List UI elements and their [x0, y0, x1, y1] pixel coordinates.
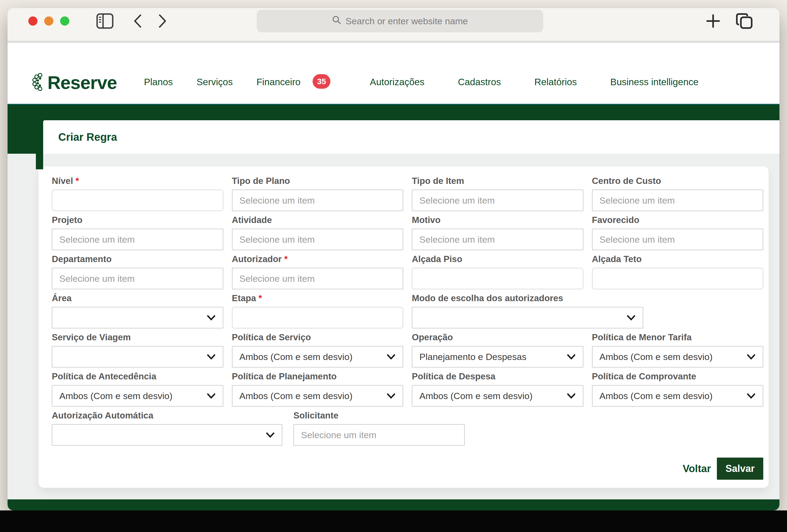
autorizador-placeholder: Selecione um item: [239, 273, 315, 284]
servico-de-viagem-select[interactable]: [52, 346, 223, 367]
logo-text: Reserve: [47, 72, 117, 93]
etapa-label: Etapa *: [232, 293, 403, 304]
politica-de-menor-tarifa-select[interactable]: Ambos (Com e sem desvio): [592, 346, 764, 367]
sidebar-toggle-icon[interactable]: [96, 13, 113, 30]
chevron-down-icon: [567, 354, 576, 360]
back-icon[interactable]: [133, 14, 142, 29]
nav-item-planos[interactable]: Planos: [144, 77, 173, 87]
minimize-window-button[interactable]: [44, 17, 54, 26]
reserve-logo[interactable]: Reserve: [31, 72, 117, 93]
chevron-down-icon: [747, 393, 756, 399]
field-politica-de-comprovante: Política de ComprovanteAmbos (Com e sem …: [592, 371, 764, 407]
politica-de-comprovante-value: Ambos (Com e sem desvio): [599, 391, 712, 401]
tipo-de-plano-placeholder: Selecione um item: [239, 195, 315, 206]
nav-item-cadastros[interactable]: Cadastros: [458, 77, 501, 87]
politica-de-menor-tarifa-label: Política de Menor Tarifa: [592, 332, 764, 343]
operacao-select[interactable]: Planejamento e Despesas: [412, 346, 583, 367]
autorizador-label: Autorizador *: [232, 254, 403, 264]
autorizacao-automatica-select[interactable]: [52, 424, 282, 446]
voltar-button[interactable]: Voltar: [681, 463, 712, 475]
field-centro-de-custo: Centro de CustoSelecione um item: [592, 175, 764, 211]
field-alcada-piso: Alçada Piso: [412, 254, 583, 289]
politica-de-despesa-label: Política de Despesa: [412, 371, 583, 382]
motivo-dropdown[interactable]: Selecione um item: [412, 229, 583, 250]
alcada-teto-input[interactable]: [592, 268, 764, 289]
alcada-piso-input[interactable]: [412, 268, 583, 289]
chevron-down-icon: [207, 315, 216, 321]
servico-de-viagem-label: Serviço de Viagem: [52, 332, 223, 343]
field-modo-de-escolha-dos-autorizadores: Modo de escolha dos autorizadores: [412, 293, 763, 328]
field-solicitante: SolicitanteSelecione um item: [294, 410, 465, 446]
centro-de-custo-dropdown[interactable]: Selecione um item: [592, 190, 764, 211]
nav-item-business-intelligence[interactable]: Business intelligence: [610, 77, 699, 87]
politica-de-despesa-select[interactable]: Ambos (Com e sem desvio): [412, 385, 583, 407]
politica-de-antecedencia-value: Ambos (Com e sem desvio): [59, 391, 172, 401]
nav-item-label: Relatórios: [534, 77, 577, 87]
alcada-teto-label: Alçada Teto: [592, 254, 764, 264]
screen-bottom-strip: [0, 510, 787, 532]
zoom-window-button[interactable]: [60, 17, 69, 26]
solicitante-label: Solicitante: [294, 410, 465, 421]
politica-de-planejamento-label: Política de Planejamento: [232, 371, 403, 382]
field-operacao: OperaçãoPlanejamento e Despesas: [412, 332, 583, 367]
nav-item-label: Serviços: [197, 77, 233, 87]
salvar-button[interactable]: Salvar: [717, 457, 763, 480]
nav-item-relatorios[interactable]: Relatórios: [534, 77, 577, 87]
field-servico-de-viagem: Serviço de Viagem: [52, 332, 223, 367]
politica-de-comprovante-label: Política de Comprovante: [592, 371, 764, 382]
form-card: Nível *Tipo de PlanoSelecione um itemTip…: [39, 166, 769, 488]
centro-de-custo-label: Centro de Custo: [592, 175, 764, 186]
nav-item-label: Autorizações: [370, 77, 424, 87]
nav-item-label: Planos: [144, 77, 173, 87]
politica-de-antecedencia-select[interactable]: Ambos (Com e sem desvio): [52, 385, 223, 407]
area-select[interactable]: [52, 307, 223, 328]
field-favorecido: FavorecidoSelecione um item: [592, 215, 764, 250]
address-search-field[interactable]: Search or enter website name: [257, 10, 543, 33]
required-asterisk: *: [282, 254, 288, 264]
nivel-input[interactable]: [52, 190, 223, 211]
politica-de-comprovante-select[interactable]: Ambos (Com e sem desvio): [592, 385, 764, 407]
politica-de-servico-select[interactable]: Ambos (Com e sem desvio): [232, 346, 403, 367]
close-window-button[interactable]: [28, 17, 38, 26]
nivel-label: Nível *: [52, 175, 223, 186]
departamento-dropdown[interactable]: Selecione um item: [52, 268, 223, 289]
favorecido-dropdown[interactable]: Selecione um item: [592, 229, 764, 250]
modo-de-escolha-dos-autorizadores-select[interactable]: [412, 307, 643, 328]
reserve-logo-icon: [31, 72, 46, 93]
field-area: Área: [52, 293, 223, 328]
field-motivo: MotivoSelecione um item: [412, 215, 583, 250]
new-tab-icon[interactable]: [705, 14, 721, 30]
atividade-dropdown[interactable]: Selecione um item: [232, 229, 403, 250]
autorizador-dropdown[interactable]: Selecione um item: [232, 268, 403, 289]
required-asterisk: *: [256, 293, 262, 303]
forward-icon[interactable]: [158, 14, 167, 29]
screenshot-root: { "browser": { "search_placeholder": "Se…: [0, 0, 787, 532]
chevron-down-icon: [207, 393, 216, 399]
nav-item-label: Financeiro: [256, 77, 300, 87]
nav-item-label: Cadastros: [458, 77, 501, 87]
nav-item-autorizacoes[interactable]: Autorizações: [370, 77, 424, 87]
search-icon: [332, 15, 341, 27]
required-asterisk: *: [73, 176, 79, 186]
nav-item-financeiro[interactable]: Financeiro35: [256, 75, 331, 89]
atividade-placeholder: Selecione um item: [239, 234, 315, 245]
projeto-dropdown[interactable]: Selecione um item: [52, 229, 223, 250]
app-header: Reserve PlanosServiçosFinanceiro35Autori…: [7, 43, 780, 104]
etapa-input[interactable]: [232, 307, 403, 328]
chrome-divider: [7, 41, 780, 43]
nav-item-servicos[interactable]: Serviços: [197, 77, 233, 87]
window-controls: [28, 17, 69, 26]
tipo-de-plano-dropdown[interactable]: Selecione um item: [232, 190, 403, 211]
financeiro-badge: 35: [313, 74, 331, 89]
politica-de-antecedencia-label: Política de Antecedência: [52, 371, 223, 382]
page-title: Criar Regra: [58, 131, 117, 143]
green-band: Criar Regra: [7, 104, 780, 154]
politica-de-menor-tarifa-value: Ambos (Com e sem desvio): [599, 352, 712, 362]
autorizacao-automatica-label: Autorização Automática: [52, 410, 282, 421]
field-autorizacao-automatica: Autorização Automática: [52, 410, 282, 446]
field-departamento: DepartamentoSelecione um item: [52, 254, 223, 289]
tipo-de-item-dropdown[interactable]: Selecione um item: [412, 190, 583, 211]
politica-de-planejamento-select[interactable]: Ambos (Com e sem desvio): [232, 385, 403, 407]
solicitante-dropdown[interactable]: Selecione um item: [294, 424, 465, 446]
tab-overview-icon[interactable]: [736, 13, 752, 30]
